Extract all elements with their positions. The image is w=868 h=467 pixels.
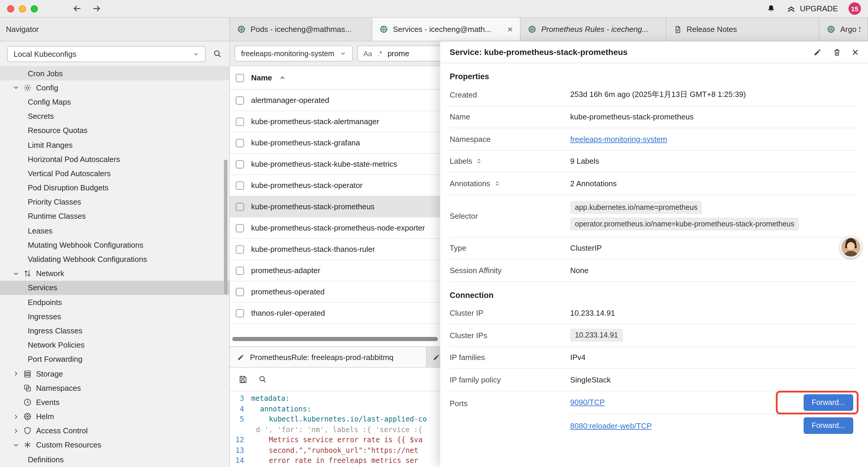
row-checkbox[interactable] xyxy=(236,160,244,168)
select-all-checkbox[interactable] xyxy=(236,74,244,82)
sidebar-item-services[interactable]: Services xyxy=(0,281,229,295)
sidebar-item-network[interactable]: Network xyxy=(0,266,229,281)
row-checkbox[interactable] xyxy=(236,117,244,126)
sidebar-item-definitions[interactable]: Definitions xyxy=(0,452,229,466)
namespace-link[interactable]: freeleaps-monitoring-system xyxy=(570,135,667,144)
sidebar-item-port-forwarding[interactable]: Port Forwarding xyxy=(0,352,229,367)
namespace-filter-select[interactable]: freeleaps-monitoring-system xyxy=(235,46,353,61)
detail-row-ip-family-policy: IP family policy SingleStack xyxy=(450,369,857,391)
sidebar-item-ingress-classes[interactable]: Ingress Classes xyxy=(0,324,229,338)
cluster-ips-chip: 10.233.14.91 xyxy=(570,329,623,342)
user-avatar[interactable] xyxy=(840,236,862,258)
sidebar-item-custom-resources[interactable]: Custom Resources xyxy=(0,438,229,452)
horizontal-scrollbar[interactable] xyxy=(232,337,438,341)
detail-label: Type xyxy=(450,244,570,253)
sidebar-item-limit-ranges[interactable]: Limit Ranges xyxy=(0,138,229,152)
sidebar-item-mutating-webhook-configurations[interactable]: Mutating Webhook Configurations xyxy=(0,238,229,252)
sidebar-item-namespaces[interactable]: Namespaces xyxy=(0,381,229,395)
dock-tab-prometheusrule[interactable]: PrometheusRule: freeleaps-prod-rabbitmq xyxy=(230,347,427,367)
sidebar-item-cron-jobs[interactable]: Cron Jobs xyxy=(0,66,229,80)
row-checkbox[interactable] xyxy=(236,139,244,147)
sidebar-item-endpoints[interactable]: Endpoints xyxy=(0,295,229,309)
tab-release-notes[interactable]: Release Notes xyxy=(666,18,819,41)
sidebar-item-leases[interactable]: Leases xyxy=(0,224,229,238)
sidebar-item-helm[interactable]: Helm xyxy=(0,409,229,424)
chevron-right-icon[interactable] xyxy=(13,413,20,419)
minimize-window-button[interactable] xyxy=(19,5,26,12)
edit-button[interactable] xyxy=(813,48,822,56)
expand-collapse-icon[interactable] xyxy=(476,158,483,165)
expand-collapse-icon[interactable] xyxy=(494,180,500,187)
annotations-count[interactable]: 2 Annotations xyxy=(570,179,857,188)
zoom-window-button[interactable] xyxy=(31,5,38,12)
tab-prometheus-rules[interactable]: Prometheus Rules - icecheng... xyxy=(521,18,666,41)
line-number: 13 xyxy=(230,445,251,456)
sidebar-item-label: Config Maps xyxy=(28,97,71,107)
row-checkbox[interactable] xyxy=(236,96,244,104)
editor-search-button[interactable] xyxy=(258,375,267,384)
detail-label: Session Affinity xyxy=(450,266,570,275)
row-checkbox[interactable] xyxy=(236,245,244,253)
service-name: kube-prometheus-stack-alertmanager xyxy=(251,117,379,126)
labels-count[interactable]: 9 Labels xyxy=(570,157,857,166)
sidebar-scrollbar[interactable] xyxy=(224,159,227,294)
sidebar-item-network-policies[interactable]: Network Policies xyxy=(0,338,229,352)
row-checkbox[interactable] xyxy=(236,288,244,296)
tab-argo[interactable]: Argo S xyxy=(819,18,868,41)
sidebar-item-access-control[interactable]: Access Control xyxy=(0,424,229,438)
tab-services[interactable]: Services - icecheng@math... × xyxy=(372,18,521,41)
tab-label: Release Notes xyxy=(687,25,737,34)
sidebar-item-priority-classes[interactable]: Priority Classes xyxy=(0,195,229,209)
storage-icon xyxy=(23,369,32,378)
close-drawer-button[interactable]: × xyxy=(852,47,859,58)
port-link-9090[interactable]: 9090/TCP xyxy=(570,398,605,407)
cluster-ip-value: 10.233.14.91 xyxy=(570,309,857,318)
sidebar-search-icon[interactable] xyxy=(213,49,222,59)
close-window-button[interactable] xyxy=(7,5,14,12)
sidebar-item-config[interactable]: Config xyxy=(0,80,229,95)
delete-button[interactable] xyxy=(833,48,841,56)
notifications-bell-icon[interactable] xyxy=(766,4,776,13)
sidebar-item-pod-disruption-budgets[interactable]: Pod Disruption Budgets xyxy=(0,181,229,195)
row-checkbox[interactable] xyxy=(236,181,244,189)
sidebar-item-resource-quotas[interactable]: Resource Quotas xyxy=(0,123,229,138)
chevron-right-icon[interactable] xyxy=(13,371,20,377)
sidebar-item-runtime-classes[interactable]: Runtime Classes xyxy=(0,209,229,224)
name-column-header[interactable]: Name xyxy=(251,73,272,82)
row-checkbox[interactable] xyxy=(236,266,244,274)
service-name: kube-prometheus-stack-prometheus xyxy=(251,202,375,211)
sidebar-item-vertical-pod-autoscalers[interactable]: Vertical Pod Autoscalers xyxy=(0,167,229,181)
sidebar-item-ingresses[interactable]: Ingresses xyxy=(0,309,229,323)
row-checkbox[interactable] xyxy=(236,224,244,232)
forward-button[interactable] xyxy=(92,4,102,13)
sidebar-item-storage[interactable]: Storage xyxy=(0,367,229,381)
row-checkbox[interactable] xyxy=(236,202,244,211)
sidebar-item-config-maps[interactable]: Config Maps xyxy=(0,95,229,109)
forward-button[interactable]: Forward... xyxy=(803,394,853,411)
chevron-down-icon[interactable] xyxy=(13,85,20,91)
close-tab-icon[interactable]: × xyxy=(507,25,513,34)
chevron-down-icon[interactable] xyxy=(13,442,20,448)
sort-ascending-icon[interactable] xyxy=(279,74,286,81)
document-icon xyxy=(674,25,682,33)
match-case-toggle[interactable]: Aa xyxy=(363,49,372,58)
sidebar-item-events[interactable]: Events xyxy=(0,395,229,409)
regex-toggle[interactable]: .* xyxy=(377,49,382,58)
port-link-8080[interactable]: 8080:reloader-web/TCP xyxy=(570,421,652,430)
sidebar-item-secrets[interactable]: Secrets xyxy=(0,109,229,123)
upgrade-button[interactable]: UPGRADE xyxy=(786,4,838,13)
kubeconfig-selector[interactable]: Local Kubeconfigs xyxy=(7,46,206,62)
row-checkbox[interactable] xyxy=(236,309,244,317)
forward-button[interactable]: Forward... xyxy=(803,417,853,434)
sidebar-item-validating-webhook-configurations[interactable]: Validating Webhook Configurations xyxy=(0,252,229,266)
save-button[interactable] xyxy=(238,375,248,384)
tab-pods[interactable]: Pods - icecheng@mathmas... xyxy=(230,18,372,41)
pencil-icon xyxy=(237,353,245,361)
notification-count-badge[interactable]: 15 xyxy=(848,2,861,15)
sidebar-item-label: Cron Jobs xyxy=(28,69,63,78)
chevron-right-icon[interactable] xyxy=(13,428,20,434)
back-button[interactable] xyxy=(72,4,82,13)
sidebar-item-horizontal-pod-autoscalers[interactable]: Horizontal Pod Autoscalers xyxy=(0,152,229,166)
chevron-down-icon[interactable] xyxy=(13,270,20,276)
sidebar-item-label: Validating Webhook Configurations xyxy=(28,255,147,264)
